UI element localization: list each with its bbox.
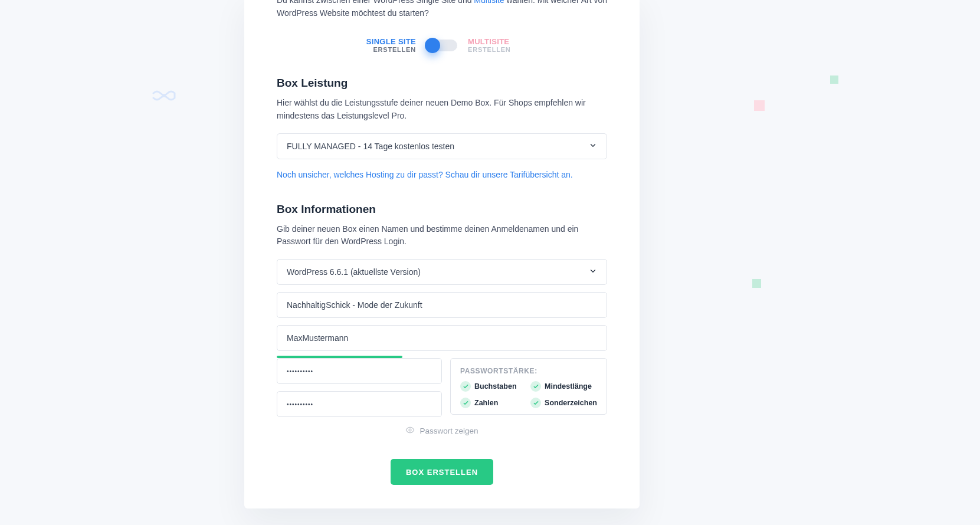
toggle-option-multi[interactable]: MULTISITE ERSTELLEN bbox=[468, 37, 521, 53]
password-strength-title: PASSWORTSTÄRKE: bbox=[460, 367, 597, 375]
box-info-title: Box Informationen bbox=[277, 203, 607, 216]
check-minlen: Mindestlänge bbox=[530, 381, 597, 392]
check-label: Zahlen bbox=[474, 399, 498, 407]
chevron-down-icon bbox=[589, 141, 597, 151]
login-name-input-wrapper bbox=[277, 325, 607, 351]
box-performance-title: Box Leistung bbox=[277, 77, 607, 90]
reveal-password-toggle[interactable]: Passwort zeigen bbox=[277, 425, 607, 437]
check-icon bbox=[530, 398, 541, 408]
performance-select-value: FULLY MANAGED - 14 Tage kostenlos testen bbox=[287, 142, 454, 151]
site-type-toggle: SINGLE SITE ERSTELLEN MULTISITE ERSTELLE… bbox=[277, 37, 607, 53]
intro-prefix: Du kannst zwischen einer WordPress Singl… bbox=[277, 0, 474, 5]
performance-select[interactable]: FULLY MANAGED - 14 Tage kostenlos testen bbox=[277, 133, 607, 159]
box-name-input[interactable] bbox=[287, 300, 597, 310]
toggle-switch[interactable] bbox=[427, 40, 457, 51]
check-special: Sonderzeichen bbox=[530, 398, 597, 408]
site-type-intro: Du kannst zwischen einer WordPress Singl… bbox=[277, 0, 607, 19]
toggle-switch-knob bbox=[425, 38, 440, 53]
box-info-desc: Gib deiner neuen Box einen Namen und bes… bbox=[277, 223, 607, 248]
decorative-square bbox=[754, 100, 765, 111]
box-performance-desc: Hier wählst du die Leistungsstufe deiner… bbox=[277, 97, 607, 122]
toggle-title: MULTISITE bbox=[468, 37, 521, 46]
reveal-password-label: Passwort zeigen bbox=[419, 426, 478, 435]
check-icon bbox=[460, 398, 471, 408]
chevron-down-icon bbox=[589, 267, 597, 277]
create-box-button[interactable]: BOX ERSTELLEN bbox=[391, 459, 493, 485]
svg-point-0 bbox=[409, 429, 411, 431]
wp-version-select[interactable]: WordPress 6.6.1 (aktuellste Version) bbox=[277, 259, 607, 285]
decorative-squiggle bbox=[152, 88, 176, 103]
password-input-wrapper: •••••••••• bbox=[277, 358, 442, 384]
tariff-overview-link[interactable]: Noch unsicher, welches Hosting zu dir pa… bbox=[277, 170, 573, 179]
password-strength-panel: PASSWORTSTÄRKE: Buchstaben Mindestlänge … bbox=[450, 358, 607, 415]
decorative-square bbox=[830, 76, 838, 84]
password-confirm-input[interactable]: •••••••••• bbox=[287, 401, 313, 408]
check-numbers: Zahlen bbox=[460, 398, 526, 408]
check-label: Buchstaben bbox=[474, 382, 517, 391]
toggle-sub: ERSTELLEN bbox=[468, 46, 521, 53]
eye-icon bbox=[405, 425, 415, 437]
box-name-input-wrapper bbox=[277, 292, 607, 318]
multisite-link[interactable]: Multisite bbox=[474, 0, 504, 5]
password-input[interactable]: •••••••••• bbox=[287, 368, 313, 375]
wp-version-value: WordPress 6.6.1 (aktuellste Version) bbox=[287, 267, 421, 277]
check-label: Sonderzeichen bbox=[545, 399, 597, 407]
password-confirm-input-wrapper: •••••••••• bbox=[277, 391, 442, 417]
check-letters: Buchstaben bbox=[460, 381, 526, 392]
check-icon bbox=[460, 381, 471, 392]
toggle-title: SINGLE SITE bbox=[363, 37, 416, 46]
toggle-sub: ERSTELLEN bbox=[363, 46, 416, 53]
decorative-square bbox=[752, 279, 761, 288]
check-icon bbox=[530, 381, 541, 392]
login-name-input[interactable] bbox=[287, 333, 597, 343]
check-label: Mindestlänge bbox=[545, 382, 592, 391]
toggle-option-single[interactable]: SINGLE SITE ERSTELLEN bbox=[363, 37, 416, 53]
box-create-card: Du kannst zwischen einer WordPress Singl… bbox=[244, 0, 640, 508]
